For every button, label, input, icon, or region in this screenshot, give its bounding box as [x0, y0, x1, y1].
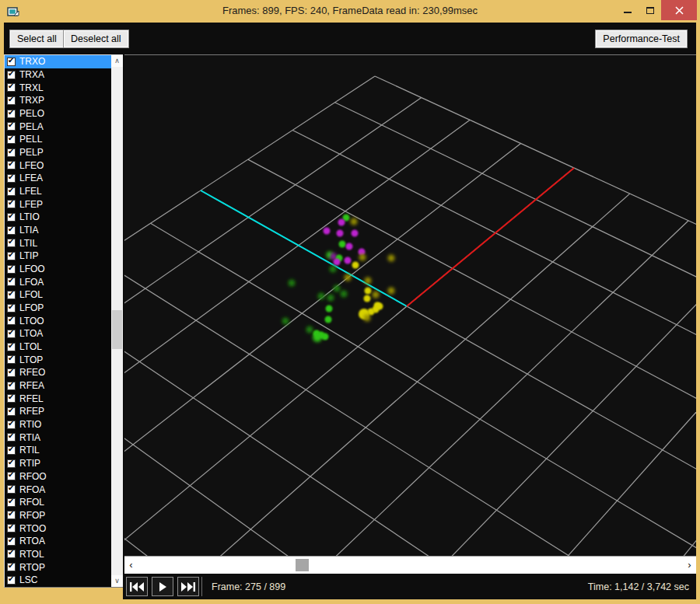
marker-row[interactable]: LTIO [5, 211, 111, 224]
checkbox-checked-icon[interactable] [7, 421, 16, 429]
marker-row[interactable]: LTOL [5, 340, 111, 354]
checkbox-checked-icon[interactable] [7, 122, 16, 131]
checkbox-checked-icon[interactable] [7, 524, 16, 532]
checkbox-checked-icon[interactable] [7, 511, 16, 519]
marker-row[interactable]: LFEO [5, 159, 111, 172]
checkbox-checked-icon[interactable] [7, 576, 16, 585]
marker-row[interactable]: RFOP [5, 509, 111, 522]
marker-row[interactable]: RFOA [5, 483, 111, 496]
select-all-button[interactable]: Select all [9, 30, 65, 48]
checkbox-checked-icon[interactable] [7, 252, 16, 260]
deselect-all-button[interactable]: Deselect all [63, 30, 129, 48]
marker-row[interactable]: RFOO [5, 470, 111, 484]
viewport-3d[interactable]: ‹ › [124, 54, 696, 574]
scroll-down-button[interactable]: ∨ [111, 575, 123, 587]
checkbox-checked-icon[interactable] [7, 161, 16, 169]
marker-row[interactable]: RTIP [5, 457, 111, 470]
checkbox-checked-icon[interactable] [7, 446, 16, 455]
checkbox-checked-icon[interactable] [7, 343, 16, 351]
skip-to-start-button[interactable] [126, 577, 148, 596]
checkbox-checked-icon[interactable] [7, 200, 16, 208]
checkbox-checked-icon[interactable] [7, 148, 16, 157]
horizontal-scrollbar-thumb[interactable] [296, 559, 309, 571]
scene-canvas[interactable] [124, 55, 696, 556]
minimize-button[interactable] [616, 0, 639, 20]
checkbox-checked-icon[interactable] [7, 382, 16, 390]
checkbox-checked-icon[interactable] [7, 485, 16, 494]
scroll-right-button[interactable]: › [683, 557, 696, 574]
close-button[interactable] [661, 0, 697, 20]
marker-row[interactable]: RTOA [5, 535, 111, 548]
checkbox-checked-icon[interactable] [7, 291, 16, 299]
marker-row[interactable]: LFOP [5, 302, 111, 315]
scroll-left-button[interactable]: ‹ [124, 557, 138, 574]
checkbox-checked-icon[interactable] [7, 226, 16, 235]
marker-row[interactable]: LTIP [5, 250, 111, 263]
checkbox-checked-icon[interactable] [7, 472, 16, 480]
marker-row[interactable]: RFEA [5, 379, 111, 393]
vertical-scrollbar[interactable]: ∧ ∨ [111, 55, 123, 587]
marker-row[interactable]: TRXO [5, 55, 111, 68]
marker-row[interactable]: RFEL [5, 392, 111, 405]
checkbox-checked-icon[interactable] [7, 355, 16, 364]
checkbox-checked-icon[interactable] [7, 96, 16, 105]
horizontal-scrollbar[interactable]: ‹ › [124, 556, 696, 574]
marker-row[interactable]: RTIA [5, 431, 111, 444]
vertical-scrollbar-thumb[interactable] [112, 310, 122, 349]
checkbox-checked-icon[interactable] [7, 135, 16, 144]
checkbox-checked-icon[interactable] [7, 330, 16, 338]
marker-row[interactable]: LFOO [5, 263, 111, 276]
checkbox-checked-icon[interactable] [7, 550, 16, 558]
checkbox-checked-icon[interactable] [7, 174, 16, 183]
marker-row[interactable]: RTOP [5, 560, 111, 574]
maximize-button[interactable] [639, 0, 661, 20]
marker-row[interactable]: LFOA [5, 275, 111, 288]
checkbox-checked-icon[interactable] [7, 110, 16, 118]
marker-row[interactable]: LFOL [5, 288, 111, 302]
marker-row[interactable]: PELP [5, 146, 111, 159]
marker-row[interactable]: RTOL [5, 548, 111, 561]
play-button[interactable] [152, 577, 173, 596]
checkbox-checked-icon[interactable] [7, 187, 16, 196]
marker-row[interactable]: LTOA [5, 327, 111, 340]
checkbox-checked-icon[interactable] [7, 394, 16, 403]
marker-row[interactable]: LFEL [5, 185, 111, 198]
marker-row[interactable]: RTIO [5, 418, 111, 431]
marker-row[interactable]: RFEO [5, 366, 111, 379]
marker-row[interactable]: RFOL [5, 496, 111, 509]
checkbox-checked-icon[interactable] [7, 213, 16, 222]
checkbox-checked-icon[interactable] [7, 278, 16, 286]
marker-row[interactable]: LFEP [5, 197, 111, 211]
scroll-up-button[interactable]: ∧ [111, 55, 123, 67]
checkbox-checked-icon[interactable] [7, 433, 16, 442]
checkbox-checked-icon[interactable] [7, 498, 16, 507]
marker-row[interactable]: LSC [5, 574, 111, 587]
checkbox-checked-icon[interactable] [7, 537, 16, 546]
marker-row[interactable]: TRXL [5, 81, 111, 94]
checkbox-checked-icon[interactable] [7, 368, 16, 377]
skip-to-end-button[interactable] [177, 577, 199, 596]
marker-row[interactable]: PELO [5, 107, 111, 120]
marker-row[interactable]: LTOP [5, 353, 111, 366]
marker-row[interactable]: LFEA [5, 172, 111, 185]
checkbox-checked-icon[interactable] [7, 239, 16, 247]
marker-row[interactable]: LTIL [5, 236, 111, 250]
checkbox-checked-icon[interactable] [7, 265, 16, 274]
marker-row[interactable]: RTIL [5, 444, 111, 457]
marker-row[interactable]: LTIA [5, 224, 111, 237]
marker-row[interactable]: LTOO [5, 314, 111, 327]
marker-row[interactable]: PELA [5, 120, 111, 133]
checkbox-checked-icon[interactable] [7, 304, 16, 312]
marker-row[interactable]: TRXP [5, 94, 111, 107]
marker-row[interactable]: PELL [5, 133, 111, 146]
marker-row[interactable]: RTOO [5, 522, 111, 535]
checkbox-checked-icon[interactable] [7, 316, 16, 325]
checkbox-checked-icon[interactable] [7, 83, 16, 92]
marker-row[interactable]: TRXA [5, 68, 111, 82]
performance-test-button[interactable]: Performance-Test [595, 30, 688, 48]
window-titlebar[interactable]: Frames: 899, FPS: 240, FrameData read in… [0, 0, 700, 23]
checkbox-checked-icon[interactable] [7, 58, 16, 66]
checkbox-checked-icon[interactable] [7, 563, 16, 571]
checkbox-checked-icon[interactable] [7, 71, 16, 79]
checkbox-checked-icon[interactable] [7, 407, 16, 416]
